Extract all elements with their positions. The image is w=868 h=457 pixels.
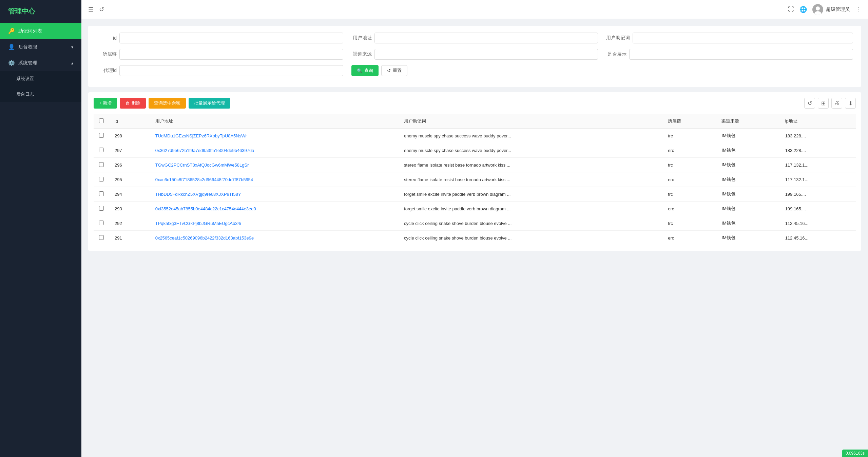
- table-print-button[interactable]: 🖨: [831, 98, 842, 109]
- table-row: 294 THbDD5FdRkchZ5XVgjq9re68XJXP9Tf58Y f…: [94, 187, 856, 202]
- batch-show-button[interactable]: 批量展示给代理: [189, 98, 230, 109]
- sidebar-item-label: 后台日志: [16, 91, 34, 97]
- table-row: 296 TGwGC2PCCrnST8xAfQJocGw6mMWe58LgSr s…: [94, 158, 856, 172]
- th-chain: 所属链: [662, 114, 716, 129]
- table-row: 298 TUdMDu1GEzsNSjZEPz6RXobyTpU8A5NsWr e…: [94, 129, 856, 143]
- filter-channel-input[interactable]: [374, 49, 598, 60]
- header-user[interactable]: 超级管理员: [812, 4, 850, 15]
- avatar: [812, 4, 823, 15]
- row-checkbox[interactable]: [99, 162, 104, 167]
- reset-button[interactable]: ↺ 重置: [381, 65, 407, 76]
- globe-icon[interactable]: 🌐: [799, 6, 807, 13]
- row-channel: IM钱包: [716, 158, 779, 172]
- user-address-link[interactable]: TGwGC2PCCrnST8xAfQJocGw6mMWe58LgSr: [155, 163, 249, 168]
- system-submenu: 系统设置 后台日志: [0, 71, 81, 102]
- row-id: 292: [109, 216, 150, 231]
- row-checkbox-cell: [94, 172, 109, 187]
- sidebar-item-backend-permissions[interactable]: 👤 后台权限 ▾: [0, 39, 81, 55]
- query-balance-button[interactable]: 查询选中余额: [149, 98, 186, 109]
- header-left: ☰ ↺: [88, 6, 104, 13]
- row-checkbox[interactable]: [99, 177, 104, 182]
- user-address-link[interactable]: THbDD5FdRkchZ5XVgjq9re68XJXP9Tf58Y: [155, 192, 241, 197]
- user-address-link[interactable]: 0xac6c150c8f7186528c2d966448f70dc7f87b59…: [155, 177, 253, 182]
- filter-chain-row: 所属链: [96, 49, 343, 60]
- filter-user-mnemonic-input[interactable]: [633, 33, 853, 43]
- chevron-down-icon: ▾: [71, 45, 73, 50]
- sidebar-item-system-management[interactable]: ⚙️ 系统管理 ▴: [0, 55, 81, 71]
- reset-button-label: 重置: [393, 68, 402, 74]
- row-user-mnemonic: enemy muscle spy chase success wave budd…: [399, 129, 662, 143]
- table-export-button[interactable]: ⬇: [845, 98, 856, 109]
- header-right: ⛶ 🌐 超级管理员 ⋮: [788, 4, 861, 15]
- trash-icon: 🗑: [125, 101, 130, 106]
- svg-point-1: [816, 6, 820, 11]
- sidebar-item-system-settings[interactable]: 系统设置: [0, 71, 81, 87]
- row-id: 298: [109, 129, 150, 143]
- row-channel: IM钱包: [716, 216, 779, 231]
- table-body: 298 TUdMDu1GEzsNSjZEPz6RXobyTpU8A5NsWr e…: [94, 129, 856, 245]
- reset-icon: ↺: [387, 68, 391, 73]
- row-user-address: TPqkafxg3FTvCGkPj8bJGRuMaEUgcAb34i: [150, 216, 399, 231]
- filter-show-status-input[interactable]: [629, 49, 853, 60]
- filter-agent-id-label: 代理id: [96, 68, 117, 74]
- filter-card: id 用户地址 用户助记词 所属链 渠道来源: [88, 26, 861, 87]
- search-button[interactable]: 🔍 查询: [351, 65, 379, 76]
- more-icon[interactable]: ⋮: [855, 6, 861, 13]
- row-id: 291: [109, 231, 150, 245]
- filter-user-address-input[interactable]: [374, 33, 598, 43]
- table-refresh-button[interactable]: ↺: [804, 98, 815, 109]
- sidebar-item-mnemonic-list[interactable]: 🔑 助记词列表: [0, 23, 81, 39]
- sidebar: 管理中心 🔑 助记词列表 👤 后台权限 ▾ ⚙️ 系统管理 ▴ 系统设置 后台日…: [0, 0, 81, 457]
- filter-chain-input[interactable]: [119, 49, 343, 60]
- row-checkbox[interactable]: [99, 206, 104, 211]
- delete-button[interactable]: 🗑 删除: [120, 98, 146, 109]
- row-chain: trc: [662, 187, 716, 202]
- filter-agent-id-input[interactable]: [119, 65, 343, 76]
- row-checkbox[interactable]: [99, 133, 104, 138]
- th-checkbox: [94, 114, 109, 129]
- user-address-link[interactable]: TUdMDu1GEzsNSjZEPz6RXobyTpU8A5NsWr: [155, 133, 247, 138]
- sidebar-item-backend-log[interactable]: 后台日志: [0, 87, 81, 102]
- table-layout-button[interactable]: ⊞: [818, 98, 829, 109]
- user-address-link[interactable]: 0xf3552e45ab7855b0e4484c22c1c4754d444e3e…: [155, 206, 256, 211]
- user-address-link[interactable]: 0x3627d9e672b1f9a7ed9a3ff51e004de9b46397…: [155, 148, 254, 153]
- table-toolbar: + 新增 🗑 删除 查询选中余额 批量展示给代理 ↺ ⊞ 🖨 ⬇: [94, 98, 856, 109]
- user-address-link[interactable]: 0x2565ceaf1c50269096b2422f332d163abf153e…: [155, 235, 254, 241]
- row-user-address: 0xac6c150c8f7186528c2d966448f70dc7f87b59…: [150, 172, 399, 187]
- data-table: id 用户地址 用户助记词 所属链 渠道来源 ip地址 298 TUdMDu1G…: [94, 114, 856, 245]
- row-chain: trc: [662, 158, 716, 172]
- key-icon: 🔑: [8, 28, 15, 34]
- row-checkbox[interactable]: [99, 191, 104, 196]
- user-address-link[interactable]: TPqkafxg3FTvCGkPj8bJGRuMaEUgcAb34i: [155, 221, 241, 226]
- select-all-checkbox[interactable]: [99, 118, 104, 123]
- header: ☰ ↺ ⛶ 🌐 超级管理员 ⋮: [81, 0, 868, 19]
- row-chain: trc: [662, 129, 716, 143]
- filter-chain-label: 所属链: [96, 51, 117, 57]
- row-ip: 183.228....: [780, 129, 856, 143]
- row-user-address: 0x2565ceaf1c50269096b2422f332d163abf153e…: [150, 231, 399, 245]
- filter-id-input[interactable]: [119, 33, 343, 43]
- row-channel: IM钱包: [716, 231, 779, 245]
- th-channel: 渠道来源: [716, 114, 779, 129]
- filter-channel-label: 渠道来源: [351, 51, 372, 57]
- add-button[interactable]: + 新增: [94, 98, 117, 109]
- table-row: 292 TPqkafxg3FTvCGkPj8bJGRuMaEUgcAb34i c…: [94, 216, 856, 231]
- row-checkbox-cell: [94, 231, 109, 245]
- row-id: 294: [109, 187, 150, 202]
- row-user-mnemonic: forget smile excite invite paddle verb b…: [399, 202, 662, 216]
- gear-icon: ⚙️: [8, 60, 15, 66]
- row-checkbox-cell: [94, 216, 109, 231]
- row-id: 296: [109, 158, 150, 172]
- table-row: 291 0x2565ceaf1c50269096b2422f332d163abf…: [94, 231, 856, 245]
- filter-actions-row: 🔍 查询 ↺ 重置: [351, 65, 598, 76]
- menu-toggle-icon[interactable]: ☰: [88, 6, 94, 13]
- main-content: ☰ ↺ ⛶ 🌐 超级管理员 ⋮: [81, 0, 868, 457]
- table-card: + 新增 🗑 删除 查询选中余额 批量展示给代理 ↺ ⊞ 🖨 ⬇: [88, 92, 861, 251]
- fullscreen-icon[interactable]: ⛶: [788, 6, 794, 13]
- row-checkbox[interactable]: [99, 221, 104, 225]
- row-checkbox[interactable]: [99, 235, 104, 240]
- row-checkbox[interactable]: [99, 148, 104, 152]
- row-id: 295: [109, 172, 150, 187]
- row-checkbox-cell: [94, 129, 109, 143]
- refresh-icon[interactable]: ↺: [99, 6, 104, 13]
